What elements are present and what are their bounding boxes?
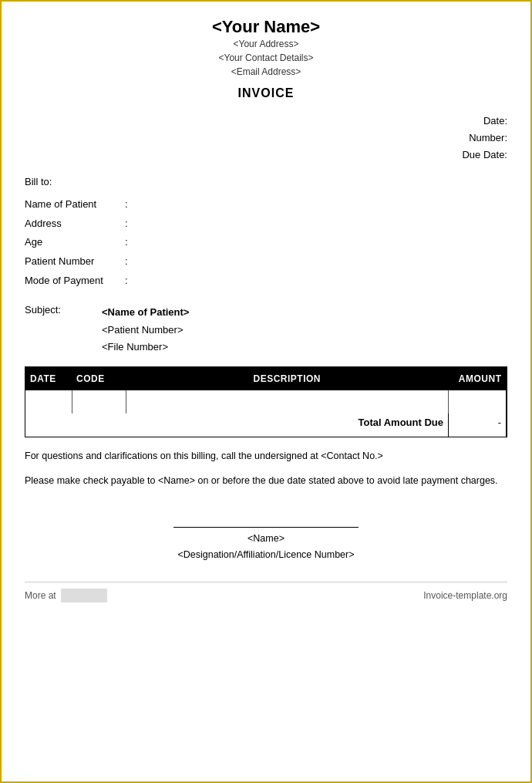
colon-3: : — [125, 233, 133, 252]
company-name: <Your Name> — [25, 17, 507, 37]
invoice-title: INVOICE — [25, 86, 507, 100]
field-name-of-patient: Name of Patient — [25, 195, 125, 214]
company-email: <Email Address> — [25, 65, 507, 79]
col-header-code: CODE — [72, 367, 126, 390]
field-mode-of-payment: Mode of Payment — [25, 272, 125, 291]
cell-amount-1 — [449, 390, 507, 413]
number-label: Number: — [469, 132, 507, 143]
cell-code-1 — [72, 390, 126, 413]
company-address: <Your Address> — [25, 37, 507, 51]
bottom-footer: More at Invoice-template.org — [25, 582, 507, 602]
field-patient-number: Patient Number — [25, 252, 125, 272]
col-header-date: DATE — [25, 367, 72, 390]
number-row: Number: — [25, 130, 507, 147]
total-value: - — [449, 413, 507, 437]
value-address — [133, 214, 507, 234]
field-address: Address — [25, 214, 125, 234]
signature-name: <Name> — [25, 531, 507, 547]
logo-placeholder — [61, 589, 107, 602]
subject-patient-name: <Name of Patient> — [102, 304, 507, 321]
invoice-table-wrapper: DATE CODE DESCRIPTION AMOUNT Total Amoun… — [25, 366, 507, 437]
invoice-page: <Your Name> <Your Address> <Your Contact… — [0, 0, 532, 783]
due-date-label: Due Date: — [462, 149, 507, 160]
subject-block: Subject: <Name of Patient> <Patient Numb… — [25, 304, 507, 355]
cell-description-1 — [126, 390, 449, 413]
subject-values: <Name of Patient> <Patient Number> <File… — [102, 304, 507, 355]
company-contact: <Your Contact Details> — [25, 51, 507, 65]
field-age: Age — [25, 233, 125, 252]
signature-block: <Name> <Designation/Affiliation/Licence … — [25, 527, 507, 564]
total-row: Total Amount Due - — [25, 413, 507, 437]
subject-file-number: <File Number> — [102, 339, 507, 356]
value-name-of-patient — [133, 195, 507, 214]
table-header-row: DATE CODE DESCRIPTION AMOUNT — [25, 367, 507, 390]
signature-line — [173, 527, 359, 528]
header-section: <Your Name> <Your Address> <Your Contact… — [25, 17, 507, 79]
bill-to-label: Bill to: — [25, 173, 507, 192]
subject-label: Subject: — [25, 304, 102, 355]
signature-designation: <Designation/Affiliation/Licence Number> — [25, 547, 507, 563]
website-link: Invoice-template.org — [423, 590, 507, 601]
more-at-label: More at — [25, 590, 56, 601]
value-mode-of-payment — [133, 272, 507, 291]
colon-2: : — [125, 214, 133, 234]
due-date-row: Due Date: — [25, 147, 507, 164]
date-block: Date: Number: Due Date: — [25, 113, 507, 164]
invoice-table: DATE CODE DESCRIPTION AMOUNT Total Amoun… — [25, 367, 507, 437]
value-patient-number — [133, 252, 507, 272]
col-header-description: DESCRIPTION — [126, 367, 449, 390]
cell-date-1 — [25, 390, 72, 413]
note-1: For questions and clarifications on this… — [25, 448, 507, 464]
more-at-section: More at — [25, 589, 107, 602]
colon-5: : — [125, 272, 133, 291]
colon-4: : — [125, 252, 133, 272]
table-row — [25, 390, 507, 413]
note-2: Please make check payable to <Name> on o… — [25, 473, 507, 488]
date-label: Date: — [483, 115, 507, 127]
colon-1: : — [125, 195, 133, 214]
total-label: Total Amount Due — [25, 413, 449, 437]
value-age — [133, 233, 507, 252]
subject-patient-number: <Patient Number> — [102, 322, 507, 339]
footer-notes: For questions and clarifications on this… — [25, 448, 507, 488]
col-header-amount: AMOUNT — [449, 367, 507, 390]
bill-to-fields: Name of Patient : Address : Age : Patien… — [25, 195, 507, 290]
date-row: Date: — [25, 113, 507, 130]
